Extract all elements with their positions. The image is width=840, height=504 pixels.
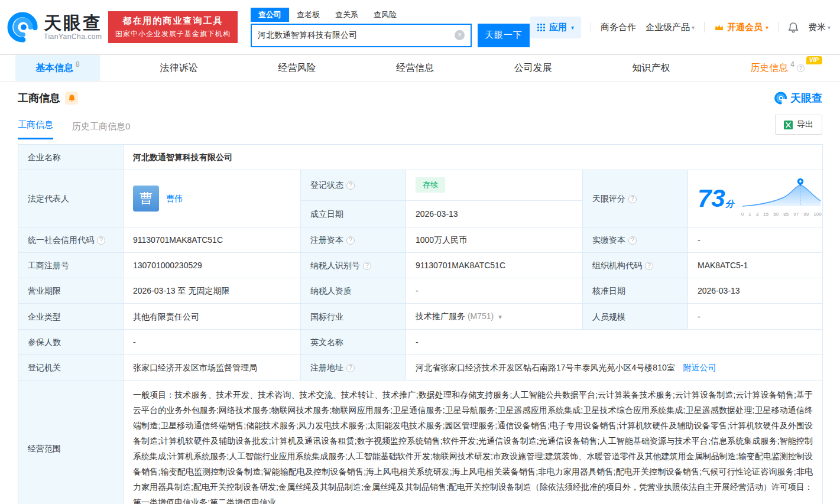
- export-button[interactable]: 导出: [775, 115, 822, 135]
- table-row: 企业类型 其他有限责任公司 国标行业 技术推广服务 (M751) ▾ 人员规模 …: [18, 304, 823, 330]
- search-tab-risk[interactable]: 查风险: [366, 8, 404, 22]
- company-nav-tabs: 基本信息 8 法律诉讼 经营风险 经营信息 公司发展 知识产权 VIP 历史信息…: [0, 54, 840, 82]
- field-reg-status-label: 登记状态?: [301, 170, 406, 201]
- field-approve-date-label: 核准日期: [583, 278, 688, 304]
- field-industry-value: 技术推广服务 (M751) ▾: [406, 304, 583, 330]
- tab-legal-litigation-label: 法律诉讼: [160, 62, 197, 74]
- tianyancha-logo-icon: [7, 11, 39, 43]
- help-icon[interactable]: ?: [628, 195, 637, 203]
- field-authority-label: 登记机关: [18, 355, 124, 381]
- table-row: 登记机关 张家口经济开发区市场监督管理局 注册地址? 河北省张家口经济技术开发区…: [18, 355, 823, 381]
- status-badge: 存续: [416, 177, 445, 193]
- tab-operation-info-label: 经营信息: [396, 62, 434, 74]
- field-scope-label: 经营范围: [18, 381, 124, 504]
- header-nav: 应用 ▾ 商务合作 企业级产品 ▾ 开通会员 ▾: [530, 17, 831, 38]
- enterprise-product-label: 企业级产品: [646, 22, 690, 33]
- crown-icon: [714, 23, 724, 31]
- field-credit-code-label: 统一社会信用代码?: [18, 227, 124, 253]
- notification-bell-icon[interactable]: [788, 22, 799, 33]
- tab-history-info-count: 4: [790, 60, 794, 69]
- tab-legal-litigation[interactable]: 法律诉讼: [140, 55, 218, 81]
- tab-intellectual-property-label: 知识产权: [633, 62, 670, 74]
- search-tab-relation[interactable]: 查关系: [327, 8, 366, 22]
- field-term-value: 2026-03-13 至 无固定期限: [124, 278, 301, 304]
- field-est-date-value: 2026-03-13: [406, 200, 583, 227]
- slogan-line1: 都在用的商业查询工具: [115, 15, 231, 27]
- watermark-logo-icon: [774, 92, 787, 105]
- user-menu[interactable]: 费米 ▾: [808, 22, 831, 33]
- help-icon[interactable]: ?: [363, 262, 371, 270]
- table-row: 工商注册号 130701000230529 纳税人识别号? 91130701MA…: [18, 253, 823, 278]
- help-icon[interactable]: ?: [628, 236, 637, 245]
- tab-operation-risk[interactable]: 经营风险: [258, 55, 336, 81]
- field-english-name-value: -: [406, 330, 823, 355]
- subtab-history-business-info[interactable]: 历史工商信息0: [72, 121, 130, 139]
- help-icon[interactable]: ?: [346, 364, 355, 372]
- subtab-business-info[interactable]: 工商信息: [18, 119, 53, 139]
- search-input[interactable]: [258, 31, 455, 40]
- excel-icon: [784, 121, 793, 129]
- table-row: 营业期限 2026-03-13 至 无固定期限 纳税人资质 - 核准日期 202…: [18, 278, 823, 304]
- tab-company-development[interactable]: 公司发展: [494, 55, 572, 81]
- brand-domain: TianYanCha.com: [44, 32, 102, 41]
- page: 天眼查 TianYanCha.com 都在用的商业查询工具 国家中小企业发展子基…: [0, 0, 840, 504]
- table-row: 统一社会信用代码? 91130701MAK8ATC51C 注册资本? 1000万…: [18, 227, 823, 253]
- section-header: 工商信息 天眼查: [0, 82, 840, 109]
- field-reg-capital-value: 1000万人民币: [406, 227, 583, 253]
- enterprise-product-menu[interactable]: 企业级产品 ▾: [646, 22, 695, 33]
- clear-search-icon[interactable]: ×: [455, 30, 465, 40]
- tab-company-development-label: 公司发展: [514, 62, 552, 74]
- business-cooperation-link[interactable]: 商务合作: [601, 22, 636, 33]
- field-industry-label: 国标行业: [301, 304, 406, 330]
- chevron-down-icon: ▾: [571, 24, 574, 31]
- tab-operation-info[interactable]: 经营信息: [376, 55, 454, 81]
- tab-basic-info-count: 8: [76, 60, 80, 69]
- legal-rep-avatar[interactable]: 曹: [133, 186, 159, 212]
- logo-text: 天眼查 TianYanCha.com: [44, 14, 102, 41]
- field-reg-capital-label: 注册资本?: [301, 227, 406, 253]
- nearby-companies-link[interactable]: 附近公司: [683, 363, 716, 372]
- field-authority-value: 张家口经济开发区市场监督管理局: [124, 355, 301, 381]
- score-axis: 013 155085 9799100: [741, 209, 822, 220]
- field-reg-no-label: 工商注册号: [18, 253, 124, 278]
- help-icon[interactable]: ?: [645, 262, 653, 270]
- field-paid-capital-value: -: [688, 227, 823, 253]
- tianyancha-logo[interactable]: 天眼查 TianYanCha.com: [7, 11, 102, 43]
- tab-operation-risk-label: 经营风险: [278, 62, 316, 74]
- field-company-type-label: 企业类型: [18, 304, 124, 330]
- vip-badge: VIP: [806, 56, 822, 64]
- field-english-name-label: 英文名称: [301, 330, 406, 355]
- field-address-label: 注册地址?: [301, 355, 406, 381]
- tab-basic-info-label: 基本信息: [35, 62, 73, 74]
- help-icon[interactable]: ?: [346, 181, 355, 190]
- chevron-down-icon: ▾: [692, 24, 695, 31]
- table-row: 经营范围 一般项目：技术服务、技术开发、技术咨询、技术交流、技术转让、技术推广;…: [18, 381, 823, 504]
- search-tab-company[interactable]: 查公司: [251, 8, 289, 22]
- apps-menu[interactable]: 应用 ▾: [530, 17, 581, 38]
- subtab-row: 工商信息 历史工商信息0 导出: [0, 109, 840, 139]
- table-row: 企业名称 河北数通智算科技有限公司: [18, 145, 823, 170]
- field-insured-label: 参保人数: [18, 330, 124, 355]
- open-vip-menu[interactable]: 开通会员 ▾: [714, 22, 768, 33]
- divider: [778, 22, 779, 32]
- watermark-logo: 天眼查: [774, 91, 822, 105]
- monitor-bell-icon[interactable]: [65, 92, 78, 105]
- help-icon[interactable]: ?: [797, 64, 805, 72]
- search-tab-boss[interactable]: 查老板: [289, 8, 327, 22]
- watermark-text: 天眼查: [790, 91, 822, 105]
- user-name: 费米: [808, 22, 826, 33]
- tab-history-info[interactable]: VIP 历史信息 4 ?: [730, 55, 825, 81]
- table-row: 参保人数 - 英文名称 -: [18, 330, 823, 355]
- legal-rep-name-link[interactable]: 曹伟: [166, 193, 183, 204]
- top-header: 天眼查 TianYanCha.com 都在用的商业查询工具 国家中小企业发展子基…: [0, 0, 840, 54]
- chevron-down-icon[interactable]: ▾: [498, 313, 502, 320]
- field-term-label: 营业期限: [18, 278, 124, 304]
- help-icon[interactable]: ?: [97, 236, 105, 245]
- tab-intellectual-property[interactable]: 知识产权: [612, 55, 690, 81]
- help-icon[interactable]: ?: [346, 236, 355, 245]
- export-label: 导出: [797, 119, 813, 130]
- search-button[interactable]: 天眼一下: [478, 24, 530, 47]
- field-legal-rep-label: 法定代表人: [18, 170, 124, 227]
- chevron-down-icon: ▾: [766, 24, 768, 31]
- tab-basic-info[interactable]: 基本信息 8: [15, 55, 100, 81]
